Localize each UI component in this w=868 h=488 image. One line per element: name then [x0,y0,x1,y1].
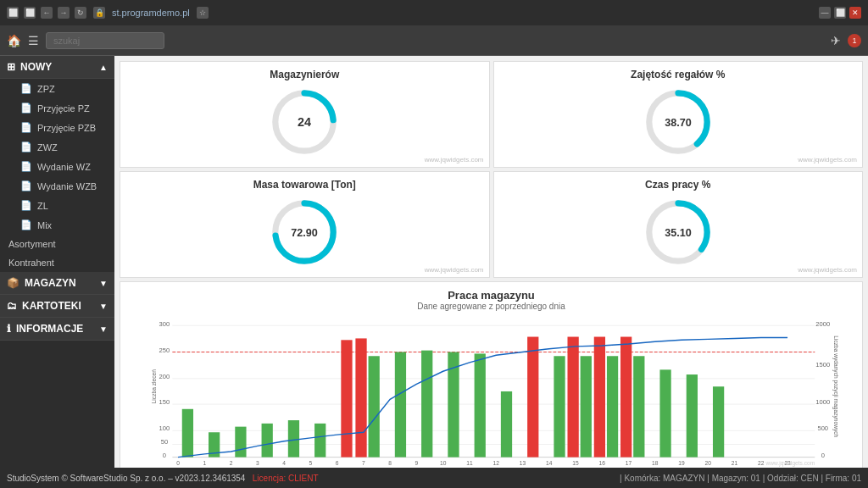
svg-text:12: 12 [492,460,499,466]
bar-18 [581,356,592,457]
svg-text:Liczba wydanych pozycji magazy: Liczba wydanych pozycji magazynowych [832,336,839,437]
bar-7 [314,424,326,458]
titlebar-left: ⬜ ⬜ ← → ↻ 🔒 st.programdemo.pl ☆ [7,7,209,19]
informacje-chevron: ▼ [99,324,108,334]
sidebar-section-magazyn[interactable]: 📦 MAGAZYN ▼ [0,272,114,295]
svg-text:8: 8 [388,460,392,466]
gauge-grid: Magazynierów 24 www.jqwidgets.com Zajęto… [120,61,863,278]
export-icon[interactable]: ✈ [831,34,841,47]
gauge-value-1: 38.70 [665,117,692,129]
svg-text:100: 100 [159,424,170,432]
wydanie-wzb-label: Wydanie WZB [37,181,97,191]
sidebar-item-asortyment[interactable]: Asortyment [0,235,114,253]
svg-text:11: 11 [466,460,473,466]
gauge-watermark-2: www.jqwidgets.com [425,266,484,274]
svg-text:21: 21 [732,460,738,466]
svg-text:1: 1 [203,460,206,466]
sidebar-section-kartoteki[interactable]: 🗂 KARTOTEKI ▼ [0,295,114,318]
svg-text:2000: 2000 [815,320,830,328]
content-area: Magazynierów 24 www.jqwidgets.com Zajęto… [114,56,868,468]
sidebar-item-zl[interactable]: 📄 ZL [0,196,114,215]
statusbar-copyright: StudioSystem © SoftwareStudio Sp. z o.o.… [7,474,245,483]
title-bar: ⬜ ⬜ ← → ↻ 🔒 st.programdemo.pl ☆ — ⬜ ✕ [0,0,868,25]
gauge-container-1: 38.70 [501,84,856,160]
sidebar-item-kontrahent[interactable]: Kontrahent [0,253,114,272]
svg-text:10: 10 [440,460,447,466]
svg-text:20: 20 [705,460,712,466]
bar-chart-wrapper: 300 250 200 150 100 50 0 2000 1500 1000 … [127,314,855,467]
bar-20 [633,356,644,457]
search-input[interactable] [46,32,164,49]
sidebar: ⊞ NOWY ▲ 📄 ZPZ 📄 Przyjęcie PZ 📄 Przyjęci… [0,56,114,468]
gauge-watermark-0: www.jqwidgets.com [425,156,484,164]
lock-icon: 🔒 [93,7,105,19]
bookmark-icon[interactable]: ☆ [197,7,209,19]
zpz-label: ZPZ [37,84,55,94]
chart-section: Praca magazynu Dane agregowane z poprzed… [120,281,863,468]
refresh-btn[interactable]: ↻ [75,7,86,19]
zl-icon: 📄 [20,200,32,211]
magazyn-icon: 📦 [7,277,19,289]
forward-btn[interactable]: → [58,7,70,19]
bar-17r-red [568,337,579,458]
sidebar-item-zpz[interactable]: 📄 ZPZ [0,79,114,98]
bar-19r-red [620,337,632,458]
gauge-title-1: Zajętość regałów % [501,69,856,80]
zwz-icon: 📄 [20,141,32,152]
statusbar-left: StudioSystem © SoftwareStudio Sp. z o.o.… [7,474,319,483]
gauge-card-masa: Masa towarowa [Ton] 72.90 www.jqwidgets.… [120,171,490,278]
window-icon-1[interactable]: ⬜ [7,7,19,19]
bar-9-red [355,338,366,457]
bar-8-red [341,340,352,457]
svg-text:9: 9 [415,460,419,466]
titlebar-icons: ⬜ ⬜ ← → ↻ [7,7,86,19]
bar-21 [659,369,670,457]
svg-text:17: 17 [626,460,632,466]
bar-10 [369,356,380,457]
chart-subtitle: Dane agregowane z poprzedniego dnia [127,302,855,311]
svg-text:50: 50 [161,438,168,446]
svg-text:Liczba zleceń: Liczba zleceń [151,369,157,403]
gauge-title-0: Magazynierów [127,69,482,80]
informacje-icon: ℹ [7,323,11,335]
window-icon-2[interactable]: ⬜ [24,7,36,19]
menu-icon[interactable]: ☰ [28,34,39,47]
wydanie-wzb-icon: 📄 [20,180,32,191]
gauge-svg-1: 38.70 [640,84,716,160]
bar-12 [421,351,432,458]
home-icon[interactable]: 🏠 [7,34,21,47]
sidebar-item-przyjecie-pzb[interactable]: 📄 Przyjęcie PZB [0,118,114,137]
wydanie-wz-label: Wydanie WZ [37,162,91,172]
close-button[interactable]: ✕ [849,7,861,19]
svg-text:6: 6 [336,460,339,466]
svg-text:19: 19 [678,460,685,466]
back-btn[interactable]: ← [41,7,53,19]
gauge-svg-0: 24 [266,84,342,160]
minimize-button[interactable]: — [819,7,831,19]
bar-5 [262,424,273,458]
przyjecie-pzb-icon: 📄 [20,122,32,133]
notification-badge[interactable]: 1 [848,34,861,47]
svg-text:200: 200 [159,373,170,380]
bar-23 [713,386,724,457]
mix-label: Mix [37,220,52,230]
sidebar-item-wydanie-wzb[interactable]: 📄 Wydanie WZB [0,176,114,196]
nowy-icon: ⊞ [7,61,15,73]
sidebar-item-wydanie-wz[interactable]: 📄 Wydanie WZ [0,157,114,176]
bar-4 [235,427,246,458]
svg-text:500: 500 [817,424,828,432]
sidebar-section-informacje[interactable]: ℹ INFORMACJE ▼ [0,318,114,341]
svg-text:18: 18 [652,460,659,466]
statusbar-license: Licencja: CLIENT [253,474,319,483]
svg-text:250: 250 [159,347,170,354]
maximize-button[interactable]: ⬜ [834,7,846,19]
sidebar-item-przyjecie-pz[interactable]: 📄 Przyjęcie PZ [0,98,114,118]
sidebar-section-nowy[interactable]: ⊞ NOWY ▲ [0,56,114,79]
sidebar-item-mix[interactable]: 📄 Mix [0,215,114,235]
sidebar-item-zwz[interactable]: 📄 ZWZ [0,137,114,157]
przyjecie-pz-icon: 📄 [20,103,32,114]
zpz-icon: 📄 [20,83,32,94]
gauge-value-0: 24 [298,115,311,129]
bar-chart-svg: 300 250 200 150 100 50 0 2000 1500 1000 … [127,314,855,467]
chart-title: Praca magazynu [127,289,855,302]
